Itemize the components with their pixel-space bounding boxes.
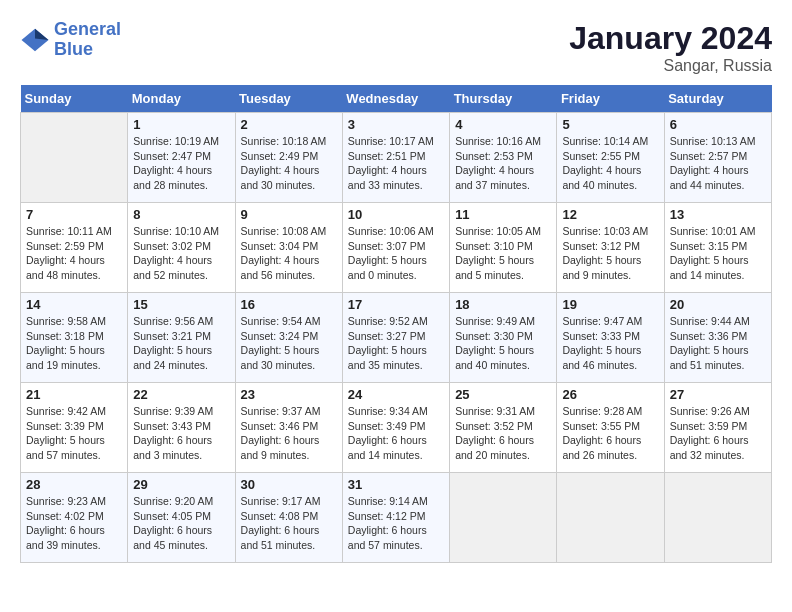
day-info: Sunrise: 10:16 AMSunset: 2:53 PMDaylight… [455, 134, 551, 193]
calendar-cell: 12Sunrise: 10:03 AMSunset: 3:12 PMDaylig… [557, 203, 664, 293]
day-info: Sunrise: 9:49 AMSunset: 3:30 PMDaylight:… [455, 314, 551, 373]
calendar-cell: 8Sunrise: 10:10 AMSunset: 3:02 PMDayligh… [128, 203, 235, 293]
calendar-cell [450, 473, 557, 563]
day-info: Sunrise: 10:10 AMSunset: 3:02 PMDaylight… [133, 224, 229, 283]
day-info: Sunrise: 9:54 AMSunset: 3:24 PMDaylight:… [241, 314, 337, 373]
calendar-cell [664, 473, 771, 563]
day-number: 4 [455, 117, 551, 132]
day-info: Sunrise: 10:11 AMSunset: 2:59 PMDaylight… [26, 224, 122, 283]
calendar-cell: 6Sunrise: 10:13 AMSunset: 2:57 PMDayligh… [664, 113, 771, 203]
calendar-cell: 15Sunrise: 9:56 AMSunset: 3:21 PMDayligh… [128, 293, 235, 383]
calendar-cell: 13Sunrise: 10:01 AMSunset: 3:15 PMDaylig… [664, 203, 771, 293]
day-number: 18 [455, 297, 551, 312]
logo: General Blue [20, 20, 121, 60]
day-info: Sunrise: 9:14 AMSunset: 4:12 PMDaylight:… [348, 494, 444, 553]
calendar-cell: 25Sunrise: 9:31 AMSunset: 3:52 PMDayligh… [450, 383, 557, 473]
day-number: 11 [455, 207, 551, 222]
calendar-cell: 19Sunrise: 9:47 AMSunset: 3:33 PMDayligh… [557, 293, 664, 383]
day-number: 20 [670, 297, 766, 312]
calendar-cell: 30Sunrise: 9:17 AMSunset: 4:08 PMDayligh… [235, 473, 342, 563]
day-number: 13 [670, 207, 766, 222]
day-number: 14 [26, 297, 122, 312]
day-number: 8 [133, 207, 229, 222]
calendar-cell: 11Sunrise: 10:05 AMSunset: 3:10 PMDaylig… [450, 203, 557, 293]
calendar-cell: 17Sunrise: 9:52 AMSunset: 3:27 PMDayligh… [342, 293, 449, 383]
day-info: Sunrise: 9:37 AMSunset: 3:46 PMDaylight:… [241, 404, 337, 463]
day-info: Sunrise: 9:52 AMSunset: 3:27 PMDaylight:… [348, 314, 444, 373]
day-number: 31 [348, 477, 444, 492]
day-number: 30 [241, 477, 337, 492]
calendar-cell: 2Sunrise: 10:18 AMSunset: 2:49 PMDayligh… [235, 113, 342, 203]
day-info: Sunrise: 10:06 AMSunset: 3:07 PMDaylight… [348, 224, 444, 283]
day-info: Sunrise: 9:17 AMSunset: 4:08 PMDaylight:… [241, 494, 337, 553]
weekday-header-thursday: Thursday [450, 85, 557, 113]
day-info: Sunrise: 10:19 AMSunset: 2:47 PMDaylight… [133, 134, 229, 193]
day-number: 17 [348, 297, 444, 312]
day-number: 15 [133, 297, 229, 312]
day-number: 19 [562, 297, 658, 312]
calendar-cell: 5Sunrise: 10:14 AMSunset: 2:55 PMDayligh… [557, 113, 664, 203]
day-info: Sunrise: 10:03 AMSunset: 3:12 PMDaylight… [562, 224, 658, 283]
day-number: 24 [348, 387, 444, 402]
weekday-header-saturday: Saturday [664, 85, 771, 113]
day-number: 3 [348, 117, 444, 132]
weekday-header-tuesday: Tuesday [235, 85, 342, 113]
logo-icon [20, 25, 50, 55]
calendar-cell: 9Sunrise: 10:08 AMSunset: 3:04 PMDayligh… [235, 203, 342, 293]
calendar-cell [21, 113, 128, 203]
calendar-cell: 16Sunrise: 9:54 AMSunset: 3:24 PMDayligh… [235, 293, 342, 383]
day-number: 12 [562, 207, 658, 222]
day-number: 16 [241, 297, 337, 312]
calendar-cell: 29Sunrise: 9:20 AMSunset: 4:05 PMDayligh… [128, 473, 235, 563]
day-info: Sunrise: 10:08 AMSunset: 3:04 PMDaylight… [241, 224, 337, 283]
day-info: Sunrise: 9:31 AMSunset: 3:52 PMDaylight:… [455, 404, 551, 463]
day-info: Sunrise: 9:26 AMSunset: 3:59 PMDaylight:… [670, 404, 766, 463]
calendar-cell: 27Sunrise: 9:26 AMSunset: 3:59 PMDayligh… [664, 383, 771, 473]
day-info: Sunrise: 9:34 AMSunset: 3:49 PMDaylight:… [348, 404, 444, 463]
logo-text: General Blue [54, 20, 121, 60]
calendar-cell: 31Sunrise: 9:14 AMSunset: 4:12 PMDayligh… [342, 473, 449, 563]
day-info: Sunrise: 9:28 AMSunset: 3:55 PMDaylight:… [562, 404, 658, 463]
weekday-header-sunday: Sunday [21, 85, 128, 113]
calendar-cell: 26Sunrise: 9:28 AMSunset: 3:55 PMDayligh… [557, 383, 664, 473]
weekday-header-wednesday: Wednesday [342, 85, 449, 113]
calendar-cell: 21Sunrise: 9:42 AMSunset: 3:39 PMDayligh… [21, 383, 128, 473]
page-header: General Blue January 2024 Sangar, Russia [20, 20, 772, 75]
calendar-cell: 18Sunrise: 9:49 AMSunset: 3:30 PMDayligh… [450, 293, 557, 383]
day-number: 29 [133, 477, 229, 492]
day-info: Sunrise: 9:56 AMSunset: 3:21 PMDaylight:… [133, 314, 229, 373]
day-number: 7 [26, 207, 122, 222]
calendar-cell: 4Sunrise: 10:16 AMSunset: 2:53 PMDayligh… [450, 113, 557, 203]
calendar-cell: 14Sunrise: 9:58 AMSunset: 3:18 PMDayligh… [21, 293, 128, 383]
calendar-cell: 20Sunrise: 9:44 AMSunset: 3:36 PMDayligh… [664, 293, 771, 383]
day-info: Sunrise: 9:47 AMSunset: 3:33 PMDaylight:… [562, 314, 658, 373]
day-info: Sunrise: 9:58 AMSunset: 3:18 PMDaylight:… [26, 314, 122, 373]
day-number: 2 [241, 117, 337, 132]
calendar-cell: 28Sunrise: 9:23 AMSunset: 4:02 PMDayligh… [21, 473, 128, 563]
calendar-cell: 7Sunrise: 10:11 AMSunset: 2:59 PMDayligh… [21, 203, 128, 293]
day-info: Sunrise: 9:42 AMSunset: 3:39 PMDaylight:… [26, 404, 122, 463]
weekday-header-monday: Monday [128, 85, 235, 113]
calendar-cell: 24Sunrise: 9:34 AMSunset: 3:49 PMDayligh… [342, 383, 449, 473]
day-number: 1 [133, 117, 229, 132]
day-info: Sunrise: 9:39 AMSunset: 3:43 PMDaylight:… [133, 404, 229, 463]
day-info: Sunrise: 10:05 AMSunset: 3:10 PMDaylight… [455, 224, 551, 283]
day-number: 23 [241, 387, 337, 402]
weekday-header-friday: Friday [557, 85, 664, 113]
location: Sangar, Russia [569, 57, 772, 75]
title-block: January 2024 Sangar, Russia [569, 20, 772, 75]
day-info: Sunrise: 10:01 AMSunset: 3:15 PMDaylight… [670, 224, 766, 283]
day-number: 25 [455, 387, 551, 402]
day-number: 5 [562, 117, 658, 132]
day-number: 26 [562, 387, 658, 402]
day-number: 21 [26, 387, 122, 402]
day-info: Sunrise: 10:18 AMSunset: 2:49 PMDaylight… [241, 134, 337, 193]
calendar-cell: 1Sunrise: 10:19 AMSunset: 2:47 PMDayligh… [128, 113, 235, 203]
calendar-table: SundayMondayTuesdayWednesdayThursdayFrid… [20, 85, 772, 563]
day-number: 22 [133, 387, 229, 402]
day-info: Sunrise: 9:20 AMSunset: 4:05 PMDaylight:… [133, 494, 229, 553]
day-info: Sunrise: 9:44 AMSunset: 3:36 PMDaylight:… [670, 314, 766, 373]
day-info: Sunrise: 10:17 AMSunset: 2:51 PMDaylight… [348, 134, 444, 193]
calendar-cell: 3Sunrise: 10:17 AMSunset: 2:51 PMDayligh… [342, 113, 449, 203]
day-info: Sunrise: 9:23 AMSunset: 4:02 PMDaylight:… [26, 494, 122, 553]
